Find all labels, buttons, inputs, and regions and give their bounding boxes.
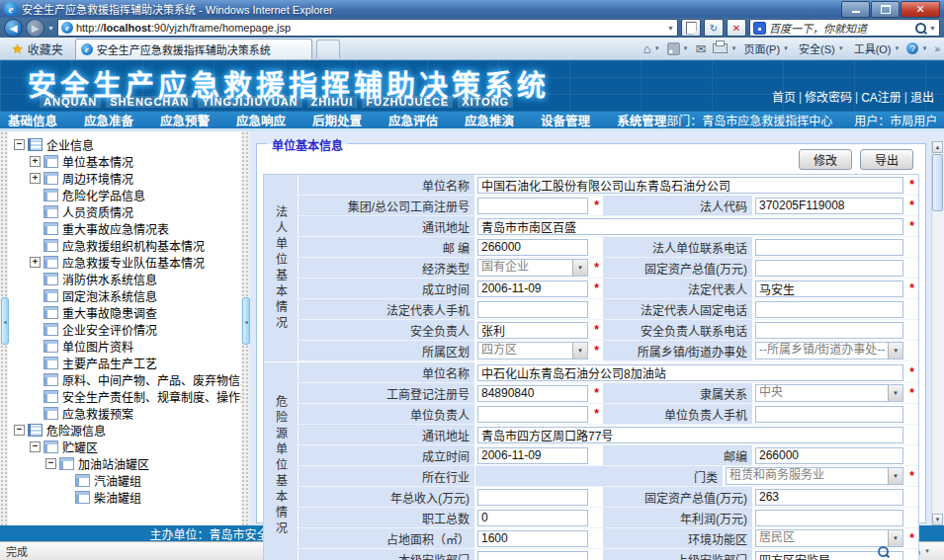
field-input[interactable] bbox=[477, 364, 903, 381]
field-input[interactable] bbox=[755, 260, 903, 277]
field-input[interactable] bbox=[477, 551, 588, 560]
nav-menu-item[interactable]: 应急响应 bbox=[236, 111, 286, 129]
nav-menu-item[interactable]: 应急推演 bbox=[465, 111, 514, 129]
refresh-button[interactable]: ↻ bbox=[704, 19, 724, 37]
tree-item[interactable]: 重大事故应急情况表 bbox=[8, 220, 241, 237]
field-select[interactable]: --所属乡镇/街道办事处--▼ bbox=[755, 342, 903, 360]
header-link[interactable]: CA注册 bbox=[861, 88, 901, 105]
tree-item[interactable]: 消防供水系统信息 bbox=[8, 271, 241, 287]
stop-button[interactable]: ✕ bbox=[727, 19, 746, 37]
tree-item[interactable]: 人员资质情况 bbox=[8, 203, 241, 220]
overflow-chevron-icon[interactable]: » bbox=[934, 43, 940, 54]
history-dropdown-icon[interactable]: ▼ bbox=[47, 25, 54, 32]
tree-item[interactable]: 重大事故隐患调查 bbox=[8, 304, 241, 321]
tree-expand-toggle[interactable]: + bbox=[30, 173, 41, 184]
nav-menu-item[interactable]: 系统管理 bbox=[617, 111, 666, 129]
left-splitter[interactable]: ◂ bbox=[0, 131, 8, 525]
search-icon[interactable] bbox=[915, 23, 926, 34]
tree-expand-toggle[interactable]: + bbox=[30, 156, 41, 167]
command-menu-button[interactable]: 安全(S)▼ bbox=[799, 40, 844, 56]
scroll-up-icon[interactable]: ▲ bbox=[932, 141, 943, 153]
field-input[interactable] bbox=[755, 510, 903, 526]
nav-menu-item[interactable]: 基础信息 bbox=[8, 111, 57, 129]
tree-expand-toggle[interactable]: + bbox=[30, 257, 41, 268]
header-link[interactable]: 退出 bbox=[910, 88, 934, 105]
tree-item[interactable]: 单位图片资料 bbox=[8, 338, 241, 355]
field-select[interactable]: 租赁和商务服务业▼ bbox=[726, 467, 903, 485]
tree-item[interactable]: +周边环境情况 bbox=[8, 170, 241, 187]
field-input[interactable] bbox=[755, 489, 903, 506]
minimize-button[interactable] bbox=[841, 1, 870, 18]
splitter-collapse-handle[interactable]: ◂ bbox=[1, 297, 9, 345]
nav-menu-item[interactable]: 后期处置 bbox=[312, 111, 362, 129]
field-input[interactable] bbox=[755, 280, 903, 297]
header-link[interactable]: 首页 bbox=[772, 88, 796, 105]
field-input[interactable] bbox=[477, 530, 588, 547]
read-mail-button[interactable]: ✉ bbox=[696, 41, 707, 56]
command-menu-button[interactable]: 工具(O)▼ bbox=[854, 40, 901, 56]
field-input[interactable] bbox=[477, 301, 588, 318]
tree-item[interactable]: +单位基本情况 bbox=[8, 153, 241, 170]
field-select[interactable]: 居民区▼ bbox=[755, 529, 903, 547]
content-scrollbar[interactable]: ▲ ▼ bbox=[931, 141, 944, 525]
scrollbar-thumb[interactable] bbox=[932, 154, 943, 211]
splitter-collapse-handle[interactable]: ◂ bbox=[242, 297, 250, 345]
address-dropdown-icon[interactable]: ▼ bbox=[667, 25, 674, 32]
address-input[interactable]: e http://localhost:90/yjzh/frame/homepag… bbox=[57, 19, 678, 37]
tree-item[interactable]: 原料、中间产物、产品、废弃物信息 bbox=[8, 371, 241, 388]
tree-item[interactable]: 应急救援组织机构基本情况 bbox=[8, 237, 241, 254]
browser-tab[interactable]: e 安全生产应急救援指挥辅助决策系统 bbox=[75, 39, 312, 59]
tree-item[interactable]: 固定泡沫系统信息 bbox=[8, 287, 241, 304]
tree-expand-toggle[interactable]: − bbox=[14, 425, 25, 436]
tree-item[interactable]: −加油站油罐区 bbox=[8, 455, 241, 472]
field-input[interactable] bbox=[477, 510, 588, 526]
tree-item[interactable]: −贮罐区 bbox=[8, 439, 241, 455]
scroll-down-icon[interactable]: ▼ bbox=[932, 514, 943, 525]
field-select[interactable]: 国有企业▼ bbox=[477, 259, 588, 277]
export-button[interactable]: 导出 bbox=[860, 149, 913, 170]
field-input[interactable] bbox=[477, 489, 588, 506]
favorites-button[interactable]: ★ 收藏夹 bbox=[4, 40, 71, 58]
feeds-button[interactable]: ▼ bbox=[667, 42, 689, 55]
nav-menu-item[interactable]: 应急准备 bbox=[84, 111, 133, 129]
tree-item[interactable]: 危险化学品信息 bbox=[8, 187, 241, 203]
field-input[interactable] bbox=[477, 406, 588, 423]
nav-menu-item[interactable]: 设备管理 bbox=[541, 111, 590, 129]
field-input[interactable] bbox=[755, 301, 903, 318]
field-input[interactable] bbox=[477, 385, 588, 402]
close-button[interactable]: ✕ bbox=[901, 1, 940, 18]
tree-item[interactable]: −企业信息 bbox=[8, 136, 241, 153]
search-dropdown-icon[interactable]: ▼ bbox=[929, 25, 936, 32]
command-menu-button[interactable]: 页面(P)▼ bbox=[743, 40, 789, 56]
search-input[interactable]: 百度一下，你就知道 ▼ bbox=[749, 19, 940, 37]
field-input[interactable] bbox=[477, 280, 588, 297]
tree-item[interactable]: +应急救援专业队伍基本情况 bbox=[8, 254, 241, 271]
field-input[interactable] bbox=[755, 406, 903, 423]
help-button[interactable]: ?▼ bbox=[906, 42, 927, 54]
compatibility-view-button[interactable] bbox=[681, 19, 701, 37]
tree-content-splitter[interactable]: ◂ bbox=[241, 131, 250, 525]
tree-item[interactable]: 主要产品生产工艺 bbox=[8, 355, 241, 371]
tree-expand-toggle[interactable]: − bbox=[14, 139, 25, 150]
field-input[interactable] bbox=[477, 427, 903, 443]
maximize-button[interactable] bbox=[871, 1, 900, 18]
tree-expand-toggle[interactable]: − bbox=[45, 458, 56, 469]
header-link[interactable]: 修改密码 bbox=[805, 88, 852, 105]
tree-item[interactable]: 企业安全评价情况 bbox=[8, 321, 241, 338]
tree-item[interactable]: −危险源信息 bbox=[8, 422, 241, 439]
tree-item[interactable]: 柴油罐组 bbox=[8, 489, 241, 506]
new-tab-button[interactable] bbox=[316, 40, 340, 58]
tree-item[interactable]: 安全生产责任制、规章制度、操作规程信息 bbox=[8, 388, 241, 405]
print-button[interactable]: ▼ bbox=[713, 43, 736, 53]
field-input[interactable] bbox=[755, 447, 903, 464]
home-button[interactable]: ⌂▼ bbox=[644, 41, 660, 56]
tree-item[interactable]: 汽油罐组 bbox=[8, 472, 241, 489]
modify-button[interactable]: 修改 bbox=[799, 149, 852, 170]
field-select[interactable]: 中央▼ bbox=[755, 384, 903, 402]
field-input[interactable] bbox=[477, 198, 588, 214]
nav-menu-item[interactable]: 应急预警 bbox=[160, 111, 210, 129]
field-input[interactable] bbox=[477, 177, 903, 194]
field-select[interactable]: 四方区▼ bbox=[477, 342, 588, 360]
field-input[interactable] bbox=[477, 322, 588, 339]
field-input[interactable] bbox=[755, 239, 903, 256]
